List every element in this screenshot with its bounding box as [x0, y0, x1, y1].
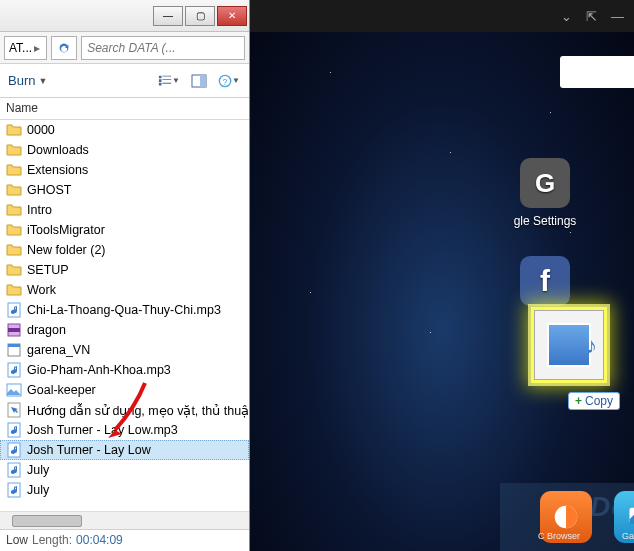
search-input[interactable]: Search DATA (... — [81, 36, 245, 60]
file-name: iToolsMigrator — [27, 223, 105, 237]
breadcrumb-separator: ▸ — [32, 41, 42, 55]
file-row[interactable]: Hướng dẫn sử dụng, mẹo vặt, thủ thuật — [0, 400, 249, 420]
refresh-icon — [57, 41, 71, 55]
exe-icon — [6, 342, 22, 358]
app-google-settings[interactable]: G gle Settings — [502, 158, 588, 228]
drag-drop-file[interactable] — [534, 310, 604, 380]
file-name: 0000 — [27, 123, 55, 137]
file-name: dragon — [27, 323, 66, 337]
file-name: Intro — [27, 203, 52, 217]
file-name: Extensions — [27, 163, 88, 177]
audio-icon — [6, 362, 22, 378]
toolbar: Burn ▼ ▼ ? ▼ — [0, 64, 249, 98]
file-name: SETUP — [27, 263, 69, 277]
emulator-titlebar: ⌄ ⇱ — — [250, 0, 634, 32]
file-name: Work — [27, 283, 56, 297]
annotation-arrow-right — [630, 300, 634, 410]
breadcrumb[interactable]: AT... ▸ — [4, 36, 47, 60]
file-row[interactable]: Downloads — [0, 140, 249, 160]
google-search-widget[interactable]: G — [560, 56, 634, 88]
file-row[interactable]: GHOST — [0, 180, 249, 200]
file-row[interactable]: Goal-keeper — [0, 380, 249, 400]
list-view-icon — [158, 74, 172, 88]
gallery-icon — [626, 503, 634, 531]
file-name: Gio-Pham-Anh-Khoa.mp3 — [27, 363, 171, 377]
file-name: July — [27, 483, 49, 497]
browser-icon — [551, 502, 581, 532]
audio-icon — [6, 302, 22, 318]
file-name: garena_VN — [27, 343, 90, 357]
status-bar: Low Length: 00:04:09 — [0, 529, 249, 551]
folder-icon — [6, 162, 22, 178]
pin-icon[interactable]: ⇱ — [586, 9, 597, 24]
search-placeholder: Search DATA (... — [87, 41, 175, 55]
audio-icon — [6, 442, 22, 458]
window-titlebar: — ▢ ✕ — [0, 0, 249, 32]
file-row[interactable]: Intro — [0, 200, 249, 220]
file-name: Downloads — [27, 143, 89, 157]
file-name: New folder (2) — [27, 243, 106, 257]
view-options-button[interactable]: ▼ — [157, 71, 181, 91]
svg-rect-8 — [8, 344, 20, 347]
media-file-icon — [547, 323, 591, 367]
folder-icon — [6, 202, 22, 218]
file-row[interactable]: Josh Turner - Lay Low.mp3 — [0, 420, 249, 440]
folder-icon — [6, 222, 22, 238]
horizontal-scrollbar[interactable] — [0, 511, 249, 529]
chevron-down-icon[interactable]: ⌄ — [561, 9, 572, 24]
file-row[interactable]: July — [0, 480, 249, 500]
file-row[interactable]: July — [0, 460, 249, 480]
refresh-button[interactable] — [51, 36, 77, 60]
file-list[interactable]: 0000DownloadsExtensionsGHOSTIntroiToolsM… — [0, 120, 249, 511]
file-name: Josh Turner - Lay Low — [27, 443, 151, 457]
audio-icon — [6, 462, 22, 478]
file-name: Hướng dẫn sử dụng, mẹo vặt, thủ thuật — [27, 403, 249, 418]
help-icon: ? — [218, 74, 232, 88]
image-icon — [6, 382, 22, 398]
folder-icon — [6, 142, 22, 158]
status-title: Low — [6, 533, 28, 548]
plus-icon: + — [575, 394, 582, 408]
folder-icon — [6, 282, 22, 298]
file-row[interactable]: iToolsMigrator — [0, 220, 249, 240]
file-row[interactable]: New folder (2) — [0, 240, 249, 260]
file-row[interactable]: Josh Turner - Lay Low — [0, 440, 249, 460]
audio-icon — [6, 482, 22, 498]
pane-icon — [191, 74, 207, 88]
minimize-button[interactable]: — — [153, 6, 183, 26]
file-row[interactable]: Gio-Pham-Anh-Khoa.mp3 — [0, 360, 249, 380]
preview-pane-button[interactable] — [187, 71, 211, 91]
copy-badge: + Copy — [568, 392, 620, 410]
folder-icon — [6, 182, 22, 198]
scrollbar-thumb[interactable] — [12, 515, 82, 527]
rar-icon — [6, 322, 22, 338]
file-name: Josh Turner - Lay Low.mp3 — [27, 423, 178, 437]
file-name: Chi-La-Thoang-Qua-Thuy-Chi.mp3 — [27, 303, 221, 317]
close-button[interactable]: ✕ — [217, 6, 247, 26]
maximize-button[interactable]: ▢ — [185, 6, 215, 26]
file-name: July — [27, 463, 49, 477]
file-row[interactable]: 0000 — [0, 120, 249, 140]
burn-button[interactable]: Burn ▼ — [8, 73, 47, 88]
chevron-down-icon: ▼ — [38, 76, 47, 86]
file-row[interactable]: Chi-La-Thoang-Qua-Thuy-Chi.mp3 — [0, 300, 249, 320]
file-row[interactable]: Work — [0, 280, 249, 300]
file-row[interactable]: Extensions — [0, 160, 249, 180]
minimize-icon[interactable]: — — [611, 9, 624, 24]
file-row[interactable]: SETUP — [0, 260, 249, 280]
status-length-label: Length: — [32, 533, 72, 548]
link-icon — [6, 402, 22, 418]
address-bar-row: AT... ▸ Search DATA (... — [0, 32, 249, 64]
file-name: Goal-keeper — [27, 383, 96, 397]
svg-text:?: ? — [223, 76, 228, 86]
file-row[interactable]: garena_VN — [0, 340, 249, 360]
help-button[interactable]: ? ▼ — [217, 71, 241, 91]
audio-icon — [6, 422, 22, 438]
breadcrumb-segment[interactable]: AT... — [9, 41, 32, 55]
folder-icon — [6, 262, 22, 278]
file-name: GHOST — [27, 183, 71, 197]
file-row[interactable]: dragon — [0, 320, 249, 340]
column-header[interactable]: Name — [0, 98, 249, 120]
svg-rect-6 — [8, 328, 20, 332]
status-length-value: 00:04:09 — [76, 533, 123, 548]
